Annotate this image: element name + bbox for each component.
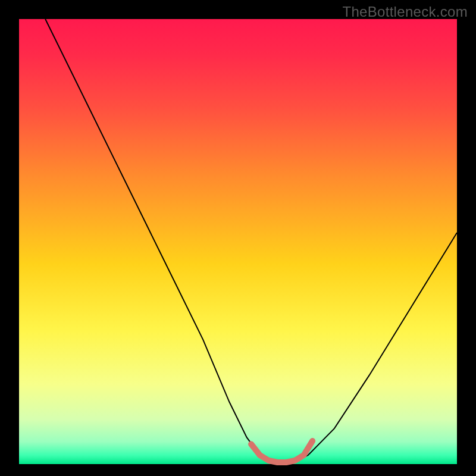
bottleneck-chart xyxy=(0,0,476,476)
chart-stage: TheBottleneck.com xyxy=(0,0,476,476)
watermark-text: TheBottleneck.com xyxy=(342,4,468,20)
plot-background xyxy=(19,19,457,464)
